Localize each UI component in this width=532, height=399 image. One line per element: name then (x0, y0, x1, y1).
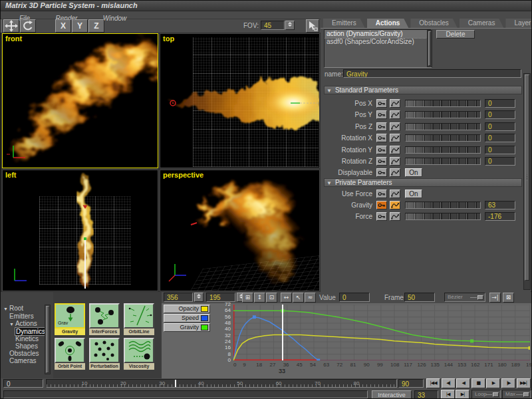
menu-window[interactable]: Window (103, 15, 126, 23)
viewport-height-field[interactable]: 195 (206, 293, 235, 302)
fov-spinner[interactable] (285, 21, 295, 30)
edit-curve-button[interactable] (390, 110, 400, 119)
title-bar[interactable]: Matrix 3D Particle System - mislaunch (1, 1, 532, 11)
param-slider[interactable] (405, 111, 481, 118)
set-key-button[interactable] (376, 157, 387, 166)
tab-layer[interactable]: Layer (505, 19, 532, 28)
param-value-field[interactable]: 0 (485, 99, 515, 108)
tree-item-kinetics[interactable]: Kinetics (3, 335, 46, 342)
max-dropdown[interactable]: Max (502, 390, 531, 399)
param-slider[interactable] (405, 100, 481, 107)
action-list-scrollbar[interactable] (427, 30, 432, 67)
edit-curve-button[interactable] (390, 168, 400, 177)
go-to-end-button[interactable]: ▶▶| (517, 378, 531, 388)
edit-curve-button[interactable] (390, 201, 400, 209)
toggle-button[interactable]: On (405, 190, 422, 198)
param-value-field[interactable]: -176 (485, 212, 515, 221)
delete-button[interactable]: Delete (436, 30, 475, 39)
edit-curve-button[interactable] (390, 134, 400, 142)
go-to-start-button[interactable]: |◀◀ (426, 378, 440, 388)
palette-item-orbit-point[interactable]: Orbit Point (55, 338, 85, 370)
curve-mode-icon[interactable]: ≈ (305, 293, 316, 303)
tree-item-emitters[interactable]: Emitters (3, 313, 46, 320)
param-value-field[interactable]: 0 (485, 122, 515, 131)
set-key-button[interactable] (376, 122, 387, 131)
tab-emitters[interactable]: Emitters (323, 19, 365, 28)
toggle-button[interactable]: On (405, 168, 422, 177)
action-list-item[interactable]: action (Dynamics/Gravity) (325, 30, 431, 38)
tree-item-cameras[interactable]: Cameras (3, 357, 46, 364)
select-keys-icon[interactable]: ↖ (293, 293, 304, 303)
standard-params-header[interactable]: ▼Standard Parameters (324, 86, 522, 94)
param-slider[interactable] (405, 158, 481, 165)
fit-horizontal-icon[interactable]: ↔ (281, 293, 292, 303)
key-options-icon[interactable]: ⊠ (503, 293, 514, 303)
legend-speed-button[interactable]: Speed (164, 314, 210, 323)
current-frame-field[interactable]: 33 (414, 390, 438, 399)
tree-item-obstacles[interactable]: Obstacles (3, 350, 46, 357)
param-slider[interactable] (405, 123, 481, 130)
tree-item-root[interactable]: ▼Root (3, 305, 46, 313)
palette-item-viscosity[interactable]: Viscosity (124, 338, 154, 370)
axis-x-button[interactable]: X (55, 19, 71, 33)
set-key-button[interactable] (376, 201, 387, 209)
tree-item-actions[interactable]: ▼Actions (3, 320, 46, 328)
param-slider[interactable] (405, 213, 481, 220)
interactive-button[interactable]: Interactive (372, 390, 412, 399)
action-list[interactable]: action (Dynamics/Gravity)asdf0 (Shapes/C… (324, 29, 432, 68)
axis-z-button[interactable]: Z (88, 19, 104, 33)
timeline-ruler[interactable]: 1020304050607080 (46, 379, 397, 388)
tab-cameras[interactable]: Cameras (460, 19, 504, 28)
palette-item-perturbation[interactable]: Perturbation (89, 338, 120, 370)
width-spinner[interactable] (194, 293, 203, 302)
param-slider[interactable] (405, 134, 481, 142)
expand-arrow-icon[interactable]: ▼ (9, 322, 14, 327)
set-key-button[interactable] (376, 190, 387, 198)
rotate-tool-button[interactable] (20, 19, 36, 33)
legend-gravity-button[interactable]: Gravity (164, 323, 210, 332)
timeline-end-field[interactable]: 90 (398, 379, 424, 388)
palette-item-interforces[interactable]: InterForces (89, 303, 120, 335)
param-value-field[interactable]: 0 (485, 134, 515, 142)
legend-opacity-button[interactable]: Opacity (164, 305, 210, 313)
next-key-icon[interactable]: →| (489, 293, 501, 303)
private-params-header[interactable]: ▼Private Parameters (324, 178, 522, 187)
tab-actions[interactable]: Actions (367, 19, 409, 28)
step-forward-button[interactable]: |▶ (501, 378, 515, 388)
zoom-region-icon[interactable]: ⊡ (266, 293, 277, 303)
action-list-item[interactable]: asdf0 (Shapes/ColorAndSize) (325, 38, 431, 46)
param-value-field[interactable]: 0 (485, 157, 515, 166)
move-tool-button[interactable] (3, 19, 19, 33)
value-field[interactable]: 0 (339, 293, 370, 302)
timeline-start-field[interactable]: 0 (3, 379, 43, 388)
fit-vertical-icon[interactable]: ↕ (254, 293, 265, 303)
palette-item-orbitline[interactable]: OrbitLine (124, 303, 154, 335)
panel-scrollbar[interactable] (523, 73, 531, 290)
edit-curve-button[interactable] (390, 99, 400, 108)
viewport-top[interactable]: top (160, 33, 320, 168)
expand-arrow-icon[interactable]: ▼ (3, 307, 8, 311)
next-key-button[interactable]: ▶| (456, 390, 469, 399)
tab-obstacles[interactable]: Obstacles (410, 19, 457, 28)
step-back-button[interactable]: ◀| (442, 378, 456, 388)
param-value-field[interactable]: 0 (485, 146, 515, 154)
tree-item-dynamics[interactable]: Dynamics (3, 328, 46, 335)
tree-scrollbar[interactable] (45, 305, 51, 374)
param-slider[interactable] (405, 201, 481, 209)
set-key-button[interactable] (376, 99, 387, 108)
curve-plot[interactable] (233, 305, 530, 360)
edit-curve-button[interactable] (390, 190, 400, 198)
viewport-left[interactable]: left (2, 170, 158, 291)
select-tool-button[interactable] (306, 19, 319, 33)
fit-view-icon[interactable]: ⊞ (242, 293, 253, 303)
set-key-button[interactable] (376, 168, 387, 177)
fov-field[interactable]: 45 (261, 21, 285, 30)
param-value-field[interactable]: 0 (485, 110, 515, 119)
viewport-perspective[interactable]: perspective (160, 170, 320, 291)
name-field[interactable]: Gravity (343, 69, 521, 78)
play-reverse-button[interactable]: ◀ (456, 378, 470, 388)
edit-curve-button[interactable] (390, 122, 400, 131)
tree-item-shapes[interactable]: Shapes (3, 342, 46, 350)
palette-item-gravity[interactable]: GravGravity (55, 303, 85, 335)
edit-curve-button[interactable] (390, 146, 400, 154)
